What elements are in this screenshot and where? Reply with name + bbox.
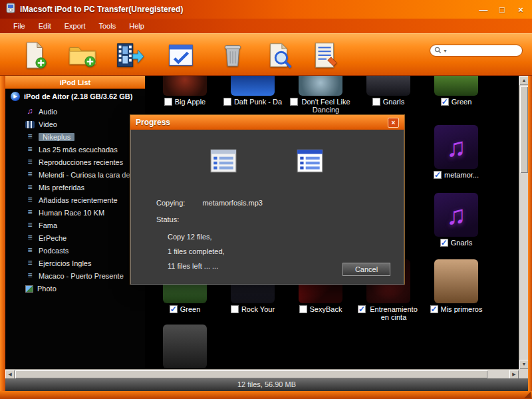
sidebar-item-label: Video	[39, 120, 57, 128]
status-label: Status:	[156, 215, 179, 223]
progress-dialog-close-button[interactable]: ×	[388, 118, 399, 128]
sidebar-item-label: ErPeche	[39, 234, 66, 242]
progress-dialog-body: Copying:metamorfosis.mp3 Status: Copy 12…	[130, 130, 404, 285]
transfer-checked-button[interactable]	[165, 39, 197, 72]
album-art	[163, 76, 207, 96]
sidebar-item-audio[interactable]: Audio	[5, 105, 145, 118]
sidebar-item-label: Melendi - Curiosa la cara de	[39, 171, 130, 179]
sidebar-item-label: Ejercicios Ingles	[39, 259, 91, 267]
sidebar-item-nikeplus[interactable]: Nikeplus	[5, 130, 145, 143]
close-button[interactable]: ×	[515, 5, 527, 15]
search-box[interactable]: ▼	[430, 45, 523, 57]
track-checkbox[interactable]	[164, 98, 172, 106]
playlist-icon	[25, 246, 35, 255]
search-input[interactable]	[449, 46, 518, 55]
track-checkbox[interactable]	[223, 98, 231, 106]
menu-file[interactable]: File	[7, 19, 32, 33]
resize-grip[interactable]	[524, 392, 531, 398]
maximize-button[interactable]: □	[496, 5, 508, 15]
sidebar-item-playlist[interactable]: Ejercicios Ingles	[5, 257, 145, 269]
progress-dialog: Progress × Copying:metamorfosis.mp3 Stat…	[130, 114, 405, 285]
track-tile[interactable]: Don't Feel Like Dancing	[287, 76, 354, 114]
search-icon	[434, 45, 442, 57]
sidebar-item-photo[interactable]: Photo	[5, 282, 145, 295]
track-tile[interactable]: ✓metamor...	[423, 125, 489, 179]
sidebar-item-podcasts[interactable]: Podcasts	[5, 244, 145, 257]
horizontal-scroll-thumb[interactable]	[15, 370, 487, 378]
scroll-up-arrow[interactable]: ▲	[519, 76, 529, 85]
copying-label: Copying:	[156, 199, 185, 207]
sidebar-item-playlist[interactable]: Human Race 10 KM	[5, 206, 145, 219]
add-file-button[interactable]	[19, 39, 51, 72]
track-tile[interactable]: Daft Punk - Da	[219, 76, 286, 106]
sidebar-item-label: Nikeplus	[39, 133, 74, 141]
sidebar-item-playlist[interactable]: Añadidas recientemente	[5, 194, 145, 206]
track-tile[interactable]: ✓Gnarls	[423, 193, 489, 247]
track-checkbox[interactable]: ✓	[358, 305, 366, 313]
delete-button[interactable]	[217, 39, 249, 72]
album-art	[434, 76, 478, 96]
album-art	[434, 259, 478, 303]
sidebar-item-playlist[interactable]: Macaco - Puerto Presente	[5, 269, 145, 282]
track-checkbox[interactable]: ✓	[434, 171, 442, 179]
track-checkbox[interactable]: ✓	[170, 305, 178, 313]
track-checkbox[interactable]	[372, 98, 380, 106]
scroll-right-arrow[interactable]: ▶	[509, 370, 519, 379]
sidebar-item-playlist[interactable]: Mis preferidas	[5, 181, 145, 194]
track-label: Green	[452, 98, 472, 106]
sidebar-item-playlist[interactable]: ErPeche	[5, 231, 145, 244]
playlist-icon	[25, 183, 35, 192]
track-tile[interactable]: Big Apple	[152, 76, 218, 106]
sidebar-item-playlist[interactable]: Las 25 más escuchadas	[5, 143, 145, 156]
sidebar-item-label: Audio	[39, 108, 57, 116]
track-checkbox[interactable]: ✓	[441, 98, 449, 106]
playlist-icon	[25, 259, 35, 267]
sidebar-item-label: Las 25 más escuchadas	[39, 146, 118, 154]
cancel-button[interactable]: Cancel	[342, 263, 390, 276]
vertical-scroll-thumb[interactable]	[520, 86, 528, 173]
playlist-icon	[25, 271, 35, 280]
sidebar-item-playlist[interactable]: Melendi - Curiosa la cara de	[5, 168, 145, 181]
sidebar-item-label: Reproducciones recientes	[39, 158, 123, 166]
track-tile[interactable]: ✓Green	[423, 76, 489, 106]
convert-video-button[interactable]	[113, 39, 145, 72]
search-dropdown-arrow[interactable]: ▼	[443, 49, 448, 53]
track-checkbox[interactable]	[290, 98, 298, 106]
destination-list-icon	[296, 147, 324, 175]
vertical-scrollbar[interactable]: ▲ ▼	[519, 76, 528, 369]
track-tile[interactable]: ✓Mis primeros	[423, 259, 489, 313]
track-label: Mis primeros	[441, 305, 483, 313]
menu-tools[interactable]: Tools	[92, 19, 123, 33]
minimize-button[interactable]: —	[477, 5, 489, 15]
track-checkbox[interactable]: ✓	[430, 305, 438, 313]
preview-button[interactable]	[263, 39, 295, 72]
sidebar-item-label: Mis preferidas	[39, 184, 84, 192]
report-button[interactable]	[310, 39, 342, 72]
status-text: 12 files, 56.90 MB	[237, 380, 296, 388]
track-checkbox[interactable]	[299, 305, 307, 313]
app-window: iMacsoft iPod to PC Transfer(Unregistere…	[0, 0, 532, 399]
track-checkbox[interactable]: ✓	[440, 239, 448, 247]
scroll-down-arrow[interactable]: ▼	[519, 360, 529, 369]
track-checkbox[interactable]	[231, 305, 239, 313]
sidebar-item-playlist[interactable]: Reproducciones recientes	[5, 156, 145, 168]
status-line-total: Copy 12 files,	[168, 233, 212, 241]
track-label: Entrenamiento en cinta	[368, 305, 419, 321]
scroll-left-arrow[interactable]: ◀	[5, 370, 15, 379]
window-controls: — □ ×	[477, 5, 527, 15]
progress-dialog-titlebar: Progress ×	[130, 115, 404, 130]
track-tile[interactable]: ✓Entrenamiento	[152, 325, 218, 369]
track-tile[interactable]: Gnarls	[355, 76, 422, 106]
sidebar-item-video[interactable]: Video	[5, 118, 145, 130]
sidebar-device[interactable]: ▶ iPod de Aitor (2.18 GB/3.62 GB)	[5, 89, 145, 104]
add-folder-button[interactable]	[66, 39, 98, 72]
menu-edit[interactable]: Edit	[32, 19, 58, 33]
menu-help[interactable]: Help	[122, 19, 151, 33]
album-art-music-note-icon	[434, 125, 478, 169]
window-title: iMacsoft iPod to PC Transfer(Unregistere…	[20, 5, 183, 14]
sidebar-item-playlist[interactable]: Fama	[5, 219, 145, 231]
track-label: Daft Punk - Da	[234, 98, 282, 106]
horizontal-scrollbar[interactable]: ◀ ▶	[5, 369, 519, 378]
menu-export[interactable]: Export	[58, 19, 92, 33]
track-label: Green	[180, 305, 201, 313]
